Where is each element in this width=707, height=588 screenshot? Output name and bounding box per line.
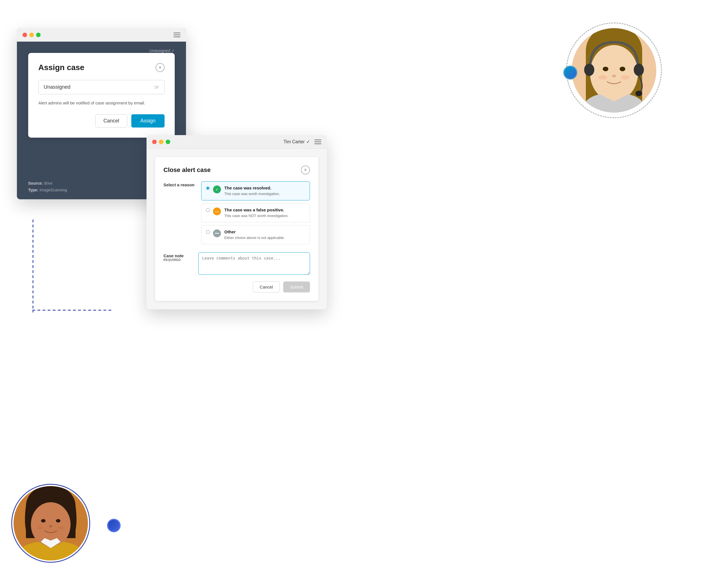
reason-false-positive-title: The case was a false positive. [224, 208, 289, 212]
window1-footer: Source: drive Type: ImageScanning [28, 180, 67, 194]
reason-other-option[interactable]: ••• Other Either choice above is not app… [201, 225, 310, 244]
svg-point-12 [635, 90, 642, 96]
user-avatar-svg [13, 486, 88, 560]
svg-point-8 [599, 75, 607, 80]
assign-modal-close-button[interactable]: × [156, 63, 165, 72]
svg-point-17 [31, 502, 71, 547]
maximize-button-green[interactable] [36, 33, 41, 37]
reason-other-icon: ••• [213, 229, 221, 237]
case-note-required-label: REQUIRED [163, 258, 192, 261]
assign-modal-title: Assign case [38, 63, 84, 72]
case-note-form-row: Case note REQUIRED [163, 252, 310, 276]
close-modal-footer: Cancel Submit [163, 282, 310, 292]
case-note-label-wrapper: Case note REQUIRED [163, 252, 192, 276]
reason-resolved-icon: ✓ [213, 185, 221, 193]
close-modal-header: Close alert case × [163, 166, 310, 175]
reason-resolved-option[interactable]: ✓ The case was resolved. This case was w… [201, 181, 310, 200]
avatar-bottom-left-container [11, 484, 90, 563]
source-text: Source: drive [28, 180, 67, 187]
reason-label: Select a reason [163, 181, 195, 247]
avatar-connector-dot-top [563, 66, 577, 80]
agent-avatar-svg [572, 28, 656, 113]
reason-false-positive-icon: — [213, 208, 221, 215]
reason-resolved-title: The case was resolved. [224, 185, 280, 190]
svg-point-9 [621, 75, 630, 80]
reason-form-row: Select a reason ✓ The case was resolved.… [163, 181, 310, 247]
svg-point-5 [603, 67, 608, 71]
close-modal-close-button[interactable]: × [301, 166, 310, 175]
assign-modal-actions: Cancel Assign [38, 114, 165, 127]
reason-other-radio[interactable] [206, 230, 210, 234]
assign-modal-header: Assign case × [38, 63, 165, 72]
assignee-dropdown[interactable]: Unassigned ☞ [38, 80, 165, 94]
dropdown-value: Unassigned [44, 84, 70, 90]
close-alert-window: Tim Carter ✓ Close alert case × Select a… [146, 135, 327, 309]
assign-case-modal: Assign case × Unassigned ☞ Alert admins … [28, 53, 175, 138]
alert-notification-text: Alert admins will be notified of case as… [38, 100, 165, 106]
reason-resolved-text: The case was resolved. This case was wor… [224, 185, 280, 196]
hamburger-menu-icon-2[interactable] [314, 140, 321, 144]
window2-titlebar: Tim Carter ✓ [146, 135, 327, 149]
assign-confirm-button[interactable]: Assign [131, 114, 165, 127]
reason-false-positive-text: The case was a false positive. This case… [224, 208, 289, 218]
svg-point-6 [620, 67, 625, 71]
vertical-connector-line [32, 220, 34, 313]
reason-resolved-radio[interactable] [206, 186, 210, 190]
user-check-icon: ✓ [306, 139, 310, 144]
svg-point-11 [634, 64, 644, 76]
avatar-bottom-inner-image [13, 486, 88, 560]
reason-resolved-subtitle: This case was worth investigation. [224, 192, 280, 196]
type-text: Type: ImageScanning [28, 187, 67, 194]
close-submit-button[interactable]: Submit [283, 282, 310, 292]
close-button-red-2[interactable] [152, 140, 157, 144]
bg-date-text: Jan 16 [164, 61, 175, 66]
maximize-button-green-2[interactable] [166, 140, 170, 144]
bg-unassigned-text: Unassigned ✓ [149, 48, 175, 53]
window2-body: Close alert case × Select a reason ✓ The… [146, 149, 327, 309]
svg-point-22 [58, 526, 65, 529]
close-button-red[interactable] [23, 33, 27, 37]
user-name: Tim Carter [283, 139, 305, 144]
dropdown-cursor-icon: ☞ [154, 84, 159, 90]
svg-point-4 [590, 45, 638, 101]
svg-point-18 [41, 519, 46, 522]
horizontal-connector-line [32, 309, 111, 311]
reason-options: ✓ The case was resolved. This case was w… [201, 181, 310, 247]
reason-other-subtitle: Either choice above is not applicable. [224, 235, 285, 240]
close-modal-title: Close alert case [163, 167, 211, 174]
hamburger-menu-icon[interactable] [174, 33, 180, 37]
window1-titlebar [17, 28, 186, 42]
close-cancel-button[interactable]: Cancel [253, 282, 280, 292]
close-alert-modal: Close alert case × Select a reason ✓ The… [155, 157, 318, 301]
svg-point-19 [56, 519, 60, 522]
reason-other-title: Other [224, 229, 285, 234]
traffic-lights-2 [152, 140, 170, 144]
svg-point-10 [584, 64, 594, 76]
traffic-lights-1 [23, 33, 41, 37]
case-note-field [198, 252, 310, 276]
case-note-textarea[interactable] [198, 252, 310, 275]
reason-false-positive-option[interactable]: — The case was a false positive. This ca… [201, 203, 310, 222]
svg-point-21 [37, 526, 44, 529]
svg-point-20 [49, 525, 53, 527]
case-note-label: Case note [163, 253, 184, 258]
assign-cancel-button[interactable]: Cancel [95, 114, 127, 127]
reason-other-text: Other Either choice above is not applica… [224, 229, 285, 240]
assignee-dropdown-wrapper: Unassigned ☞ [38, 80, 165, 94]
user-label: Tim Carter ✓ [283, 139, 310, 144]
avatar-inner-image [572, 28, 656, 113]
reason-false-positive-subtitle: This case was NOT worth investigation. [224, 214, 289, 218]
connector-dot-bottom [107, 519, 121, 532]
minimize-button-yellow-2[interactable] [159, 140, 163, 144]
minimize-button-yellow[interactable] [29, 33, 34, 37]
svg-point-7 [612, 75, 616, 77]
avatar-top-right-container [566, 23, 662, 118]
reason-false-positive-radio[interactable] [206, 208, 210, 212]
